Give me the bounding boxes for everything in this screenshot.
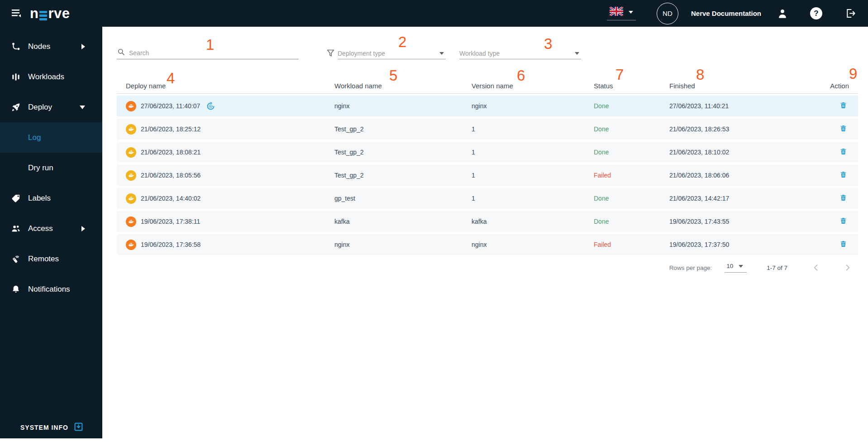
trash-icon[interactable] [839,146,848,158]
sidebar-item-workloads[interactable]: Workloads [0,62,102,92]
sidebar-item-log[interactable]: Log [0,122,102,153]
cell-version-name: nginx [472,241,594,248]
main-content: Deployment type Workload type Deploy nam… [102,27,868,442]
cell-version-name: kafka [472,218,594,225]
sidebar-item-dry-run[interactable]: Dry run [0,153,102,183]
sidebar-item-remotes[interactable]: Remotes [0,244,102,274]
cell-workload-name: nginx [334,102,472,110]
sidebar-item-access[interactable]: Access [0,213,102,244]
remote-control-icon [11,254,21,264]
workload-type-placeholder: Workload type [459,50,500,57]
chevron-down-icon [80,106,85,109]
language-selector[interactable] [607,7,636,20]
cell-workload-name: Test_gp_2 [334,172,472,179]
system-info-label: SYSTEM INFO [20,424,68,431]
annotation-number-6: 6 [517,68,525,83]
cell-finished: 19/06/2023, 17:43:55 [669,218,828,225]
chevron-right-icon [81,44,85,49]
annotation-number-3: 3 [544,36,552,51]
logout-icon[interactable] [844,7,856,19]
sidebar-item-notifications[interactable]: Notifications [0,274,102,304]
search-icon [117,48,125,58]
cell-deploy-name: 27/06/2023, 11:40:07 [117,101,334,111]
deployment-type-select[interactable]: Deployment type [338,48,446,59]
table-row: 21/06/2023, 18:25:12Test_gp_21Done21/06/… [117,119,858,139]
cell-deploy-name: 21/06/2023, 18:05:56 [117,170,334,181]
menu-collapse-icon[interactable] [11,8,23,19]
table-row: 19/06/2023, 17:36:58nginxnginxFailed19/0… [117,234,858,255]
nerve-logo: nrve [30,5,70,22]
cell-workload-name: nginx [334,241,472,248]
sidebar-item-nodes[interactable]: Nodes [0,31,102,62]
system-info-button[interactable]: SYSTEM INFO [20,422,83,433]
rows-per-page-select[interactable]: 10 [725,263,747,273]
cell-action [828,169,858,181]
cell-action [828,192,858,204]
rows-per-page-value: 10 [726,263,733,269]
deploy-rocket-icon [11,102,21,112]
chevron-down-icon [739,265,743,268]
sidebar-item-deploy[interactable]: Deploy [0,92,102,122]
cell-version-name: 1 [472,125,594,133]
sidebar-item-label: Labels [28,194,51,203]
sidebar-item-labels[interactable]: Labels [0,183,102,213]
deploy-name-text: 27/06/2023, 11:40:07 [141,102,200,110]
cell-deploy-name: 19/06/2023, 17:38:11 [117,216,334,227]
workload-type-select[interactable]: Workload type [459,48,581,59]
cell-workload-name: gp_test [334,195,472,202]
cell-version-name: 1 [472,195,594,202]
trash-icon[interactable] [839,123,848,135]
docker-whale-icon [126,147,136,158]
status-badge: Done [594,149,669,156]
help-icon[interactable]: ? [810,7,822,19]
status-badge: Failed [594,241,669,248]
avatar-initials: ND [663,10,672,17]
uk-flag-icon [610,7,623,18]
nodes-icon [11,42,21,52]
language-underline [607,20,636,20]
trash-icon[interactable] [839,100,848,112]
trash-icon[interactable] [839,239,848,250]
cell-version-name: nginx [472,102,594,110]
column-header-action: Action [828,82,858,90]
redeploy-icon[interactable] [206,102,215,110]
table-row: 19/06/2023, 17:38:11kafkakafkaDone19/06/… [117,211,858,232]
cell-deploy-name: 21/06/2023, 18:08:21 [117,147,334,158]
sidebar-menu: NodesWorkloadsDeployLogDry runLabelsAcce… [0,27,102,304]
chevron-down-icon [439,52,444,55]
table-row: 21/06/2023, 18:05:56Test_gp_21Failed21/0… [117,165,858,186]
docker-whale-icon [126,216,136,227]
workloads-icon [11,72,21,82]
trash-icon[interactable] [839,216,848,227]
column-header-version-name: Version name [472,82,594,90]
rows-per-page-label: Rows per page: [669,264,712,271]
deploy-name-text: 19/06/2023, 17:36:58 [141,241,200,248]
deploy-log-table: Deploy name Workload name Version name S… [117,77,858,257]
chevron-right-icon[interactable] [843,263,853,273]
cell-finished: 21/06/2023, 18:26:53 [669,125,828,133]
trash-icon[interactable] [839,169,848,181]
nerve-documentation-link[interactable]: Nerve Documentation [691,10,761,17]
column-header-workload-name: Workload name [334,82,472,90]
cell-workload-name: Test_gp_2 [334,149,472,156]
funnel-icon [326,48,335,60]
docker-whale-icon [126,101,136,111]
cell-workload-name: kafka [334,218,472,225]
docker-whale-icon [126,170,136,181]
sidebar-item-label: Dry run [28,163,53,173]
chevron-left-icon[interactable] [811,263,821,273]
status-badge: Done [594,218,669,225]
cell-action [828,239,858,250]
annotation-number-7: 7 [615,67,624,82]
cell-finished: 19/06/2023, 17:37:50 [669,241,828,248]
chevron-down-icon [575,52,579,55]
annotation-number-2: 2 [398,34,406,49]
user-icon[interactable] [777,8,788,19]
table-body: 27/06/2023, 11:40:07nginxnginxDone27/06/… [117,96,858,255]
avatar[interactable]: ND [657,3,678,24]
trash-icon[interactable] [839,192,848,204]
column-header-deploy-name: Deploy name [117,82,334,90]
docker-whale-icon [126,193,136,204]
sidebar-item-label: Workloads [28,72,64,82]
cell-deploy-name: 19/06/2023, 17:36:58 [117,240,334,250]
